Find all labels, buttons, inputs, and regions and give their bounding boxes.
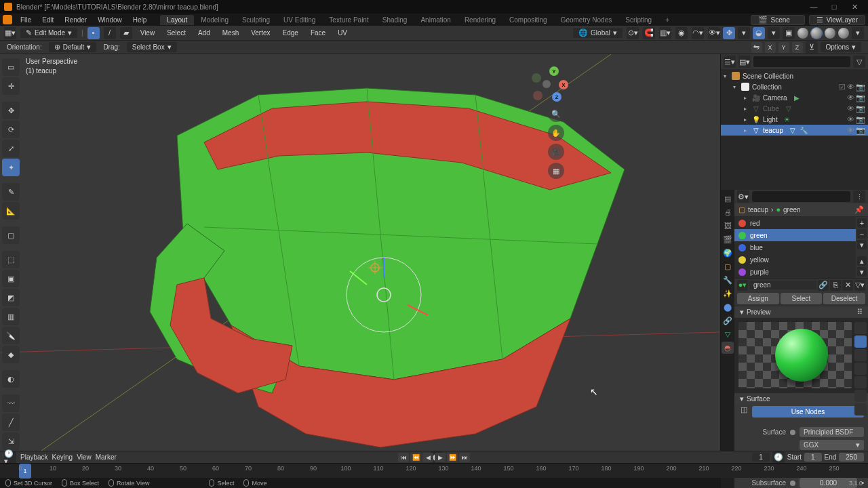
workspace-tab-rendering[interactable]: Rendering [458, 15, 502, 25]
render-icon[interactable]: 📷 [856, 94, 865, 102]
proportional-toggle[interactable]: ◉ [675, 27, 688, 39]
3d-viewport[interactable]: ↖ User Perspective (1) teacup Y X Z 🔍 ✋ … [0, 54, 720, 451]
workspace-tab-modeling[interactable]: Modeling [194, 15, 235, 25]
tool-add-cube[interactable]: ▢ [2, 226, 20, 244]
end-frame-input[interactable]: 250 [839, 453, 864, 462]
tool-rotate[interactable]: ⟳ [2, 121, 20, 138]
select-button[interactable]: Select [781, 293, 823, 304]
select-edge-button[interactable]: / [104, 27, 116, 39]
prop-tab-modifier[interactable]: 🔧 [722, 274, 734, 286]
scene-selector[interactable]: 🎬Scene [751, 15, 805, 25]
tool-inset[interactable]: ▣ [2, 270, 20, 287]
material-slot-yellow[interactable]: yellow [734, 253, 856, 266]
zoom-button[interactable]: 🔍 [548, 106, 564, 122]
vp-menu-mesh[interactable]: Mesh [218, 29, 243, 37]
workspace-tab-animation[interactable]: Animation [414, 15, 457, 25]
editor-type-dropdown[interactable]: ▦▾ [4, 27, 16, 39]
material-slot-green[interactable]: green [734, 229, 856, 241]
select-face-button[interactable]: ▰ [120, 27, 132, 39]
preview-range-toggle[interactable]: 🕘 [772, 451, 785, 464]
prop-tab-output[interactable]: 🖨 [722, 206, 734, 218]
pin-icon[interactable]: 📌 [854, 206, 864, 214]
prop-tab-render[interactable]: ▤ [722, 192, 734, 205]
tool-extrude[interactable]: ⬚ [2, 251, 20, 268]
material-name-input[interactable]: green [749, 281, 816, 289]
mode-dropdown[interactable]: ✎Edit Mode▾ [20, 28, 77, 38]
prop-tab-object[interactable]: ▢ [722, 260, 734, 272]
mirror-z-button[interactable]: Z [792, 42, 803, 53]
eye-icon[interactable]: 👁 [847, 94, 854, 102]
prop-tab-world[interactable]: 🌍 [722, 247, 734, 259]
checkbox-icon[interactable]: ☑ [839, 83, 846, 91]
material-nodetree-button[interactable]: ▽▾ [854, 280, 865, 291]
breadcrumb-object[interactable]: teacup [748, 206, 768, 214]
tool-move[interactable]: ✥ [2, 102, 20, 119]
prop-tab-data[interactable]: ▽ [722, 328, 734, 340]
distribution-dropdown[interactable]: GGX▾ [800, 440, 864, 450]
mirror-toggle-icon[interactable]: ⇋ [751, 42, 762, 53]
workspace-tab-geometrynodes[interactable]: Geometry Nodes [554, 15, 619, 25]
prop-tab-material[interactable]: ◓ [722, 342, 734, 354]
outliner-search-input[interactable] [753, 56, 850, 67]
properties-options-button[interactable]: ⋮ [853, 190, 865, 203]
socket-dot-icon[interactable] [790, 430, 795, 435]
nav-z-axis[interactable]: Z [552, 92, 561, 102]
preview-panel-header[interactable]: ▾Preview⠿ [734, 306, 868, 318]
render-icon[interactable]: 📷 [856, 127, 865, 134]
preview-sphere-button[interactable] [854, 336, 867, 348]
tool-scale[interactable]: ⤢ [2, 140, 20, 157]
shading-wireframe[interactable] [797, 28, 808, 39]
preview-cloth-button[interactable] [854, 390, 867, 402]
tool-annotate[interactable]: ✎ [2, 183, 20, 201]
options-dropdown[interactable]: Options▾ [821, 42, 861, 52]
timeline-menu-playback[interactable]: Playback [20, 453, 48, 461]
prop-tab-scene[interactable]: 🎬 [722, 233, 734, 245]
vp-menu-select[interactable]: Select [163, 29, 190, 37]
keyframe-next-button[interactable]: ⏩ [447, 453, 458, 462]
material-slot-purple[interactable]: purple [734, 266, 856, 278]
surface-panel-header[interactable]: ▾Surface⠿ [734, 392, 868, 405]
vp-menu-add[interactable]: Add [194, 29, 214, 37]
material-link-button[interactable]: 🔗 [818, 280, 829, 291]
timeline-menu-keying[interactable]: Keying [52, 453, 73, 461]
drag-action-dropdown[interactable]: Select Box▾ [127, 42, 177, 52]
render-icon[interactable]: 📷 [856, 83, 865, 91]
tool-measure[interactable]: 📐 [2, 202, 20, 220]
mirror-y-button[interactable]: Y [778, 42, 789, 53]
deselect-button[interactable]: Deselect [823, 293, 865, 304]
eye-icon[interactable]: 👁 [847, 83, 854, 91]
material-movedown-button[interactable]: ▾ [857, 267, 867, 277]
workspace-tab-shading[interactable]: Shading [376, 15, 414, 25]
outliner-editor-dropdown[interactable]: ☰▾ [724, 56, 736, 68]
prop-tab-physics[interactable]: ⬤ [722, 301, 734, 313]
render-icon[interactable]: 📷 [856, 116, 865, 123]
jump-end-button[interactable]: ⏭ [459, 453, 470, 462]
material-browse-button[interactable]: ●▾ [737, 280, 748, 291]
workspace-tab-scripting[interactable]: Scripting [618, 15, 658, 25]
maximize-button[interactable]: □ [830, 3, 838, 11]
menu-help[interactable]: Help [127, 16, 153, 24]
material-add-button[interactable]: + [857, 218, 867, 228]
proportional-dropdown[interactable]: ◠▾ [692, 27, 704, 39]
eye-icon[interactable]: 👁 [847, 105, 854, 113]
vp-menu-vertex[interactable]: Vertex [247, 29, 274, 37]
vp-menu-edge[interactable]: Edge [279, 29, 302, 37]
preview-shaderball-button[interactable] [854, 376, 867, 388]
properties-editor-dropdown[interactable]: ⚙▾ [737, 190, 749, 203]
snap-toggle[interactable]: 🧲 [643, 27, 655, 39]
menu-edit[interactable]: Edit [37, 16, 59, 24]
select-vertex-button[interactable]: ▪ [87, 27, 100, 39]
transform-orientation-dropdown[interactable]: 🌐Global▾ [573, 28, 623, 38]
blender-menu-icon[interactable] [3, 15, 12, 24]
minimize-button[interactable]: — [810, 3, 818, 11]
workspace-tab-uvediting[interactable]: UV Editing [277, 15, 322, 25]
tool-transform[interactable]: ✦ [2, 159, 20, 176]
material-slot-blue[interactable]: blue [734, 241, 856, 253]
outliner-scene-collection[interactable]: ▾Scene Collection [721, 70, 868, 81]
material-unlink-button[interactable]: ✕ [842, 280, 853, 291]
mirror-x-button[interactable]: X [765, 42, 776, 53]
render-icon[interactable]: 📷 [856, 105, 865, 113]
prop-tab-particle[interactable]: ✨ [722, 287, 734, 300]
viewlayer-selector[interactable]: ☰ViewLayer [809, 15, 865, 25]
automerge-toggle[interactable]: ⊻ [806, 41, 818, 54]
